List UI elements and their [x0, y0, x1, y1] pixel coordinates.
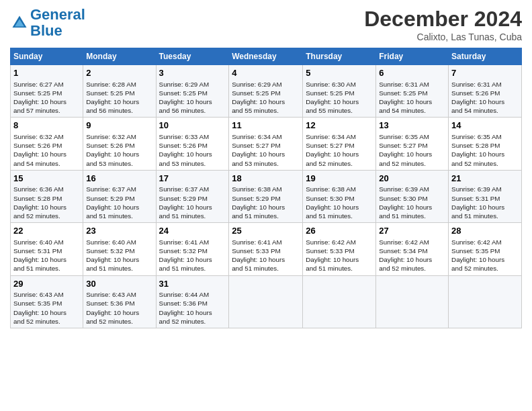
cell-info-line: Daylight: 10 hours — [232, 203, 300, 212]
day-cell-29: 29Sunrise: 6:43 AMSunset: 5:35 PMDayligh… — [11, 275, 83, 328]
cell-info-line: Sunrise: 6:32 AM — [13, 132, 80, 141]
cell-info-line: Sunrise: 6:31 AM — [451, 80, 519, 89]
day-number: 19 — [306, 173, 373, 185]
day-number: 4 — [232, 67, 300, 79]
cell-info-line: and 55 minutes. — [306, 106, 373, 115]
cell-info-line: and 53 minutes. — [86, 159, 152, 168]
day-number: 27 — [379, 225, 445, 237]
cell-info-line: Daylight: 10 hours — [86, 150, 152, 158]
cell-info-line: Sunrise: 6:37 AM — [86, 185, 152, 193]
cell-info-line: Sunset: 5:29 PM — [159, 194, 226, 203]
cell-info-line: Sunset: 5:27 PM — [306, 141, 373, 150]
cell-info-line: and 51 minutes. — [232, 212, 300, 220]
day-cell-5: 5Sunrise: 6:30 AMSunset: 5:25 PMDaylight… — [303, 65, 376, 118]
cell-info-line: Daylight: 10 hours — [159, 97, 226, 106]
cell-info-line: and 51 minutes. — [159, 264, 226, 273]
day-cell-17: 17Sunrise: 6:37 AMSunset: 5:29 PMDayligh… — [156, 170, 229, 222]
day-cell-8: 8Sunrise: 6:32 AMSunset: 5:26 PMDaylight… — [11, 118, 83, 170]
cell-info-line: Sunrise: 6:28 AM — [86, 80, 152, 89]
cell-info-line: Daylight: 10 hours — [13, 97, 80, 106]
day-number: 21 — [451, 173, 519, 185]
cell-info-line: Sunrise: 6:33 AM — [159, 132, 226, 141]
cell-info-line: and 51 minutes. — [86, 212, 152, 220]
column-header-monday: Monday — [83, 48, 156, 65]
column-header-friday: Friday — [376, 48, 449, 65]
cell-info-line: Sunset: 5:35 PM — [451, 246, 519, 255]
cell-info-line: Sunrise: 6:30 AM — [306, 80, 373, 89]
cell-info-line: and 52 minutes. — [306, 159, 373, 168]
cell-info-line: Daylight: 10 hours — [379, 150, 445, 158]
cell-info-line: and 52 minutes. — [451, 264, 519, 273]
cell-info-line: and 51 minutes. — [13, 264, 80, 273]
cell-info-line: Daylight: 10 hours — [451, 255, 519, 264]
cell-info-line: and 51 minutes. — [159, 212, 226, 220]
day-cell-7: 7Sunrise: 6:31 AMSunset: 5:26 PMDaylight… — [449, 65, 522, 118]
empty-cell — [229, 275, 303, 328]
cell-info-line: Sunset: 5:30 PM — [306, 194, 373, 203]
day-number: 12 — [306, 120, 373, 132]
day-cell-9: 9Sunrise: 6:32 AMSunset: 5:26 PMDaylight… — [83, 118, 156, 170]
day-cell-16: 16Sunrise: 6:37 AMSunset: 5:29 PMDayligh… — [83, 170, 156, 222]
day-cell-10: 10Sunrise: 6:33 AMSunset: 5:26 PMDayligh… — [156, 118, 229, 170]
cell-info-line: Sunset: 5:26 PM — [159, 141, 226, 150]
day-number: 18 — [232, 173, 300, 185]
day-cell-1: 1Sunrise: 6:27 AMSunset: 5:25 PMDaylight… — [11, 65, 83, 118]
cell-info-line: and 51 minutes. — [232, 264, 300, 273]
cell-info-line: and 51 minutes. — [86, 264, 152, 273]
empty-cell — [449, 275, 522, 328]
calendar-table: SundayMondayTuesdayWednesdayThursdayFrid… — [10, 48, 522, 328]
day-cell-4: 4Sunrise: 6:29 AMSunset: 5:25 PMDaylight… — [229, 65, 303, 118]
cell-info-line: Sunset: 5:25 PM — [379, 89, 445, 97]
day-cell-23: 23Sunrise: 6:40 AMSunset: 5:32 PMDayligh… — [83, 223, 156, 275]
cell-info-line: Sunset: 5:27 PM — [379, 141, 445, 150]
cell-info-line: Daylight: 10 hours — [86, 255, 152, 264]
day-number: 23 — [86, 225, 152, 237]
day-number: 11 — [232, 120, 300, 132]
cell-info-line: Daylight: 10 hours — [13, 150, 80, 158]
logo-icon — [10, 13, 29, 32]
empty-cell — [376, 275, 449, 328]
empty-cell — [303, 275, 376, 328]
week-row-5: 29Sunrise: 6:43 AMSunset: 5:35 PMDayligh… — [11, 275, 522, 328]
cell-info-line: Sunrise: 6:34 AM — [232, 132, 300, 141]
cell-info-line: Sunrise: 6:42 AM — [451, 238, 519, 246]
day-number: 16 — [86, 173, 152, 185]
day-number: 30 — [86, 278, 152, 290]
cell-info-line: Sunrise: 6:36 AM — [13, 185, 80, 193]
cell-info-line: Sunrise: 6:29 AM — [232, 80, 300, 89]
cell-info-line: Daylight: 10 hours — [379, 203, 445, 212]
cell-info-line: Sunrise: 6:41 AM — [232, 238, 300, 246]
day-number: 22 — [13, 225, 80, 237]
cell-info-line: Sunrise: 6:34 AM — [306, 132, 373, 141]
cell-info-line: Daylight: 10 hours — [13, 308, 80, 317]
cell-info-line: Sunset: 5:26 PM — [451, 89, 519, 97]
cell-info-line: Sunrise: 6:39 AM — [451, 185, 519, 193]
cell-info-line: Sunset: 5:25 PM — [86, 89, 152, 97]
cell-info-line: Sunrise: 6:31 AM — [379, 80, 445, 89]
cell-info-line: Daylight: 10 hours — [451, 150, 519, 158]
day-cell-18: 18Sunrise: 6:38 AMSunset: 5:29 PMDayligh… — [229, 170, 303, 222]
day-number: 15 — [13, 173, 80, 185]
day-number: 10 — [159, 120, 226, 132]
cell-info-line: and 54 minutes. — [13, 159, 80, 168]
day-cell-15: 15Sunrise: 6:36 AMSunset: 5:28 PMDayligh… — [11, 170, 83, 222]
day-cell-14: 14Sunrise: 6:35 AMSunset: 5:28 PMDayligh… — [449, 118, 522, 170]
page-container: General Blue December 2024 Calixto, Las … — [0, 0, 532, 334]
cell-info-line: Sunrise: 6:44 AM — [159, 290, 226, 299]
cell-info-line: Sunrise: 6:35 AM — [379, 132, 445, 141]
column-header-wednesday: Wednesday — [229, 48, 303, 65]
cell-info-line: Daylight: 10 hours — [451, 203, 519, 212]
day-cell-2: 2Sunrise: 6:28 AMSunset: 5:25 PMDaylight… — [83, 65, 156, 118]
cell-info-line: Daylight: 10 hours — [306, 150, 373, 158]
cell-info-line: Daylight: 10 hours — [379, 97, 445, 106]
cell-info-line: Sunset: 5:25 PM — [13, 89, 80, 97]
cell-info-line: Sunrise: 6:43 AM — [86, 290, 152, 299]
cell-info-line: Daylight: 10 hours — [306, 203, 373, 212]
day-cell-12: 12Sunrise: 6:34 AMSunset: 5:27 PMDayligh… — [303, 118, 376, 170]
cell-info-line: Daylight: 10 hours — [306, 97, 373, 106]
cell-info-line: Sunrise: 6:32 AM — [86, 132, 152, 141]
day-number: 26 — [306, 225, 373, 237]
cell-info-line: and 55 minutes. — [232, 106, 300, 115]
cell-info-line: Sunrise: 6:29 AM — [159, 80, 226, 89]
cell-info-line: Daylight: 10 hours — [86, 97, 152, 106]
